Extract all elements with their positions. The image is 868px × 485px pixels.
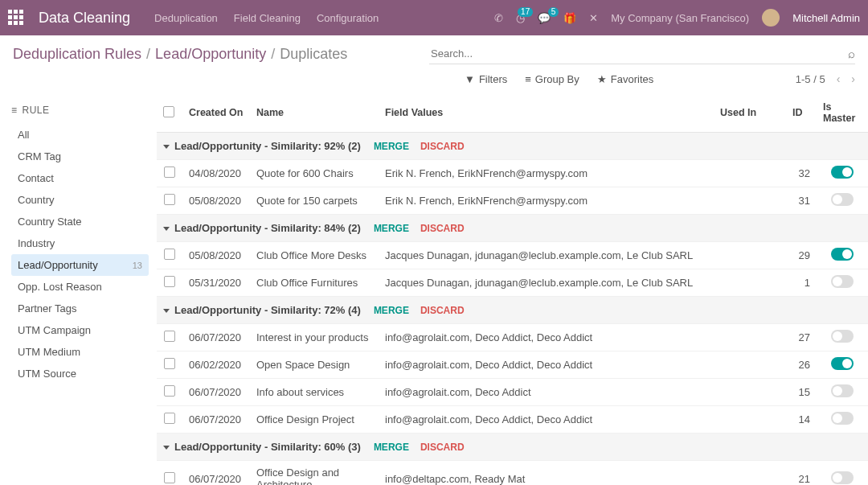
group-header[interactable]: Lead/Opportunity - Similarity: 92% (2)ME… <box>157 133 868 160</box>
tools-icon[interactable]: ✕ <box>589 12 598 24</box>
table-row[interactable]: 05/31/2020Club Office FurnituresJacques … <box>157 269 868 297</box>
table-row[interactable]: 06/07/2020Interest in your productsinfo@… <box>157 324 868 351</box>
row-checkbox[interactable] <box>164 194 175 205</box>
table-row[interactable]: 05/08/2020Club Office More DesksJacques … <box>157 242 868 269</box>
discard-button[interactable]: DISCARD <box>420 141 465 152</box>
cell-usedin <box>714 324 786 351</box>
col-created[interactable]: Created On <box>182 93 250 133</box>
select-all-checkbox[interactable] <box>163 106 174 117</box>
table-row[interactable]: 06/02/2020Open Space Designinfo@agrolait… <box>157 351 868 379</box>
cell-id: 29 <box>786 242 817 269</box>
sidebar-item-all[interactable]: All <box>11 124 149 146</box>
master-toggle[interactable] <box>831 275 854 288</box>
sidebar-item-label: Lead/Opportunity <box>18 259 98 271</box>
sidebar-item-lead-opportunity[interactable]: Lead/Opportunity13 <box>11 254 149 276</box>
group-header[interactable]: Lead/Opportunity - Similarity: 84% (2)ME… <box>157 215 868 242</box>
col-fieldvalues[interactable]: Field Values <box>379 93 714 133</box>
phone-icon[interactable]: ✆ <box>494 12 503 24</box>
row-checkbox[interactable] <box>164 276 175 287</box>
sidebar-item-country[interactable]: Country <box>11 189 149 211</box>
apps-icon[interactable] <box>8 10 24 26</box>
sidebar-item-opp-lost-reason[interactable]: Opp. Lost Reason <box>11 276 149 298</box>
master-toggle[interactable] <box>831 412 854 425</box>
table-row[interactable]: 06/07/2020Office Design and Architecture… <box>157 461 868 486</box>
col-id[interactable]: ID <box>786 93 817 133</box>
user-name[interactable]: Mitchell Admin <box>792 12 860 24</box>
sidebar-item-partner-tags[interactable]: Partner Tags <box>11 298 149 319</box>
discard-button[interactable]: DISCARD <box>420 442 465 453</box>
row-checkbox[interactable] <box>164 166 175 178</box>
caret-down-icon <box>163 145 170 149</box>
group-header[interactable]: Lead/Opportunity - Similarity: 60% (3)ME… <box>157 434 868 461</box>
sidebar-item-utm-medium[interactable]: UTM Medium <box>11 341 149 363</box>
sidebar-item-industry[interactable]: Industry <box>11 232 149 254</box>
caret-down-icon <box>163 309 170 313</box>
search-input[interactable] <box>429 43 848 64</box>
sidebar-item-utm-campaign[interactable]: UTM Campaign <box>11 319 149 341</box>
table-row[interactable]: 04/08/2020Quote for 600 ChairsErik N. Fr… <box>157 160 868 187</box>
col-usedin[interactable]: Used In <box>714 93 786 133</box>
cell-date: 06/07/2020 <box>182 406 250 434</box>
merge-button[interactable]: MERGE <box>374 141 409 152</box>
cell-name: Info about services <box>250 379 379 406</box>
table-row[interactable]: 06/07/2020Office Design Projectinfo@agro… <box>157 406 868 434</box>
gift-icon[interactable]: 🎁 <box>563 12 576 24</box>
row-checkbox[interactable] <box>164 472 175 483</box>
row-checkbox[interactable] <box>164 385 175 397</box>
master-toggle[interactable] <box>831 471 854 484</box>
pager-prev[interactable]: ‹ <box>837 72 841 85</box>
sidebar-item-label: Country State <box>18 216 82 228</box>
cell-id: 32 <box>786 160 817 187</box>
search-icon[interactable]: ⌕ <box>848 47 855 60</box>
sidebar-item-utm-source[interactable]: UTM Source <box>11 363 149 384</box>
master-toggle[interactable] <box>831 384 854 397</box>
pager-next[interactable]: › <box>851 72 855 85</box>
col-master[interactable]: Is Master <box>817 93 868 133</box>
merge-button[interactable]: MERGE <box>374 442 409 453</box>
sidebar-item-label: Opp. Lost Reason <box>18 281 102 293</box>
groupby-button[interactable]: ≡ Group By <box>525 73 579 85</box>
crumb-lead[interactable]: Lead/Opportunity <box>155 46 266 63</box>
row-checkbox[interactable] <box>164 358 175 369</box>
group-title: Lead/Opportunity - Similarity: 60% (3) <box>174 441 361 453</box>
discard-button[interactable]: DISCARD <box>420 223 465 234</box>
avatar[interactable] <box>762 9 780 27</box>
filters-button[interactable]: ▼ Filters <box>465 73 507 85</box>
sidebar-item-label: Country <box>18 194 55 206</box>
cell-id: 15 <box>786 379 817 406</box>
master-toggle[interactable] <box>831 248 854 261</box>
menu-deduplication[interactable]: Deduplication <box>154 12 218 24</box>
cell-date: 05/08/2020 <box>182 242 250 269</box>
master-toggle[interactable] <box>831 330 854 343</box>
sidebar-item-label: UTM Source <box>18 368 76 380</box>
crumb-rules[interactable]: Deduplication Rules <box>13 46 141 63</box>
sidebar-item-contact[interactable]: Contact <box>11 167 149 189</box>
breadcrumb-row: Deduplication Rules / Lead/Opportunity /… <box>0 35 868 68</box>
master-toggle[interactable] <box>831 357 854 370</box>
cell-fieldvalues: Jacques Dunagan, jdunagan@leclub.example… <box>379 269 714 297</box>
col-name[interactable]: Name <box>250 93 379 133</box>
caret-down-icon <box>163 446 170 450</box>
group-header[interactable]: Lead/Opportunity - Similarity: 72% (4)ME… <box>157 297 868 324</box>
merge-button[interactable]: MERGE <box>374 223 409 234</box>
row-checkbox[interactable] <box>164 331 175 342</box>
sidebar-item-country-state[interactable]: Country State <box>11 211 149 232</box>
chat-icon[interactable]: 💬5 <box>538 12 551 24</box>
favorites-button[interactable]: ★ Favorites <box>597 73 653 85</box>
app-title: Data Cleaning <box>39 10 130 27</box>
sidebar-item-crm-tag[interactable]: CRM Tag <box>11 146 149 167</box>
menu-configuration[interactable]: Configuration <box>317 12 379 24</box>
master-toggle[interactable] <box>831 166 854 179</box>
master-toggle[interactable] <box>831 193 854 206</box>
row-checkbox[interactable] <box>164 249 175 260</box>
row-checkbox[interactable] <box>164 413 175 424</box>
menu-field-cleaning[interactable]: Field Cleaning <box>234 12 301 24</box>
discard-button[interactable]: DISCARD <box>420 305 465 316</box>
cell-id: 27 <box>786 324 817 351</box>
company-selector[interactable]: My Company (San Francisco) <box>611 12 749 24</box>
merge-button[interactable]: MERGE <box>374 305 409 316</box>
table-row[interactable]: 05/08/2020Quote for 150 carpetsErik N. F… <box>157 187 868 215</box>
clock-icon[interactable]: ◷17 <box>516 12 525 24</box>
table-row[interactable]: 06/07/2020Info about servicesinfo@agrola… <box>157 379 868 406</box>
caret-down-icon <box>163 227 170 231</box>
